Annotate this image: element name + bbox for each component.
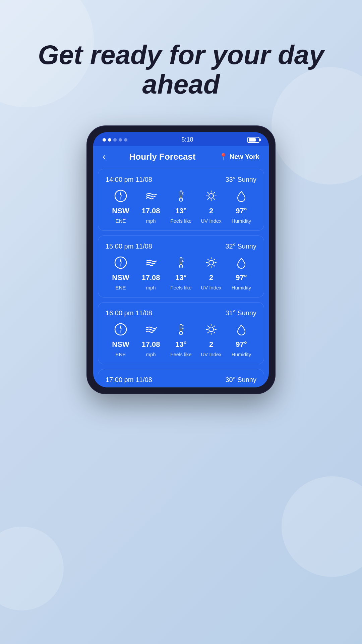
phone-screen: 5:18 ‹ Hourly Forecast 📍 New York xyxy=(93,132,269,387)
location-name: New York xyxy=(230,153,259,161)
phone-frame: 5:18 ‹ Hourly Forecast 📍 New York xyxy=(87,126,275,393)
thermometer-icon-1 xyxy=(175,256,187,271)
forecast-list: 14:00 pm 11/08 33° Sunny xyxy=(93,169,269,369)
drop-icon-1 xyxy=(235,256,248,271)
svg-point-9 xyxy=(209,194,214,198)
svg-line-33 xyxy=(214,265,215,266)
wind-icon-0 xyxy=(144,190,157,204)
battery-fill xyxy=(249,138,256,142)
metric-feels-like-2: 13° Feels like xyxy=(166,323,196,357)
thermometer-icon-0 xyxy=(175,190,187,204)
svg-marker-1 xyxy=(120,192,122,196)
metric-humidity-2: 97° Humidity xyxy=(226,323,256,357)
metric-value-feels-like-1: 13° xyxy=(175,273,186,282)
metric-value-uv-2: 2 xyxy=(209,340,213,349)
svg-point-45 xyxy=(209,327,214,332)
partial-card-time: 17:00 pm 11/08 xyxy=(106,376,152,384)
bg-decoration-4 xyxy=(0,527,64,610)
metric-label-wind-dir-2: ENE xyxy=(116,352,126,357)
metric-value-wind-dir-1: NSW xyxy=(112,273,129,282)
metric-label-wind-speed-1: mph xyxy=(146,285,156,290)
metric-wind-speed-1: 17.08 mph xyxy=(136,256,166,290)
metric-value-humidity-1: 97° xyxy=(236,273,247,282)
metric-label-feels-like-2: Feels like xyxy=(170,352,191,357)
wind-icon-1 xyxy=(144,256,157,271)
partial-card-header: 17:00 pm 11/08 30° Sunny xyxy=(106,376,256,384)
card-metrics-1: NSW ENE 17.08 xyxy=(106,256,256,290)
card-time-1: 15:00 pm 11/08 xyxy=(106,243,152,250)
metric-wind-dir-1: NSW ENE xyxy=(106,256,136,290)
svg-line-35 xyxy=(208,265,209,266)
metric-wind-speed-2: 17.08 mph xyxy=(136,323,166,357)
metric-value-feels-like-2: 13° xyxy=(175,340,186,349)
metric-label-uv-2: UV Index xyxy=(201,352,222,357)
svg-marker-38 xyxy=(120,329,122,334)
bg-decoration-3 xyxy=(282,476,362,577)
metric-label-wind-dir-0: ENE xyxy=(116,218,126,224)
metric-uv-2: 2 UV Index xyxy=(196,323,226,357)
forecast-card-0: 14:00 pm 11/08 33° Sunny xyxy=(98,169,264,231)
metric-value-wind-dir-2: NSW xyxy=(112,340,129,349)
metric-label-uv-0: UV Index xyxy=(201,218,222,224)
metric-value-wind-speed-2: 17.08 xyxy=(141,340,160,349)
drop-icon-2 xyxy=(235,323,248,337)
sun-icon-2 xyxy=(205,323,218,337)
metric-label-wind-speed-2: mph xyxy=(146,352,156,357)
svg-line-51 xyxy=(214,332,215,333)
metric-wind-dir-0: NSW ENE xyxy=(106,190,136,224)
status-bar: 5:18 xyxy=(93,132,269,146)
metric-humidity-1: 97° Humidity xyxy=(226,256,256,290)
card-header-2: 16:00 pm 11/08 31° Sunny xyxy=(106,309,256,317)
svg-marker-37 xyxy=(120,325,122,329)
svg-line-14 xyxy=(208,193,209,194)
metric-label-feels-like-0: Feels like xyxy=(170,218,191,224)
header-title: Hourly Forecast xyxy=(129,152,196,162)
svg-marker-2 xyxy=(120,196,122,200)
card-time-0: 14:00 pm 11/08 xyxy=(106,176,152,183)
location-tag[interactable]: 📍 New York xyxy=(219,153,259,161)
wind-icon-2 xyxy=(144,323,157,337)
card-header-1: 15:00 pm 11/08 32° Sunny xyxy=(106,243,256,250)
svg-line-32 xyxy=(208,259,209,260)
thermometer-icon-2 xyxy=(175,323,187,337)
metric-wind-dir-2: NSW ENE xyxy=(106,323,136,357)
metric-value-wind-speed-1: 17.08 xyxy=(141,273,160,282)
dot-5 xyxy=(124,138,127,142)
metric-wind-speed-0: 17.08 mph xyxy=(136,190,166,224)
metric-value-humidity-0: 97° xyxy=(236,207,247,215)
dot-1 xyxy=(103,138,106,142)
metric-feels-like-0: 13° Feels like xyxy=(166,190,196,224)
card-header-0: 14:00 pm 11/08 33° Sunny xyxy=(106,176,256,183)
svg-line-17 xyxy=(208,199,209,200)
metric-uv-1: 2 UV Index xyxy=(196,256,226,290)
card-metrics-2: NSW ENE 17.08 xyxy=(106,323,256,357)
forecast-card-1: 15:00 pm 11/08 32° Sunny xyxy=(98,235,264,298)
card-time-2: 16:00 pm 11/08 xyxy=(106,309,152,317)
sun-icon-0 xyxy=(205,190,218,204)
svg-line-34 xyxy=(214,259,215,260)
metric-label-feels-like-1: Feels like xyxy=(170,285,191,290)
back-button[interactable]: ‹ xyxy=(103,151,106,162)
dot-4 xyxy=(119,138,122,142)
card-summary-1: 32° Sunny xyxy=(225,243,256,250)
metric-humidity-0: 97° Humidity xyxy=(226,190,256,224)
page-title: Get ready for your day ahead xyxy=(0,0,362,119)
metric-value-wind-speed-0: 17.08 xyxy=(141,207,160,215)
metric-label-wind-dir-1: ENE xyxy=(116,285,126,290)
compass-icon-1 xyxy=(114,256,127,271)
sun-icon-1 xyxy=(205,256,218,271)
svg-marker-20 xyxy=(120,263,122,267)
card-metrics-0: NSW ENE 17.0 xyxy=(106,190,256,224)
dot-2 xyxy=(108,138,111,142)
svg-line-53 xyxy=(208,332,209,333)
metric-label-wind-speed-0: mph xyxy=(146,218,156,224)
metric-label-humidity-0: Humidity xyxy=(232,218,251,224)
phone-container: 5:18 ‹ Hourly Forecast 📍 New York xyxy=(0,126,362,393)
status-time: 5:18 xyxy=(181,136,193,143)
app-header: ‹ Hourly Forecast 📍 New York xyxy=(93,146,269,169)
card-summary-2: 31° Sunny xyxy=(225,309,256,317)
svg-line-50 xyxy=(208,326,209,327)
partial-card: 17:00 pm 11/08 30° Sunny xyxy=(98,369,264,387)
card-summary-0: 33° Sunny xyxy=(225,176,256,183)
battery-icon xyxy=(247,137,259,143)
